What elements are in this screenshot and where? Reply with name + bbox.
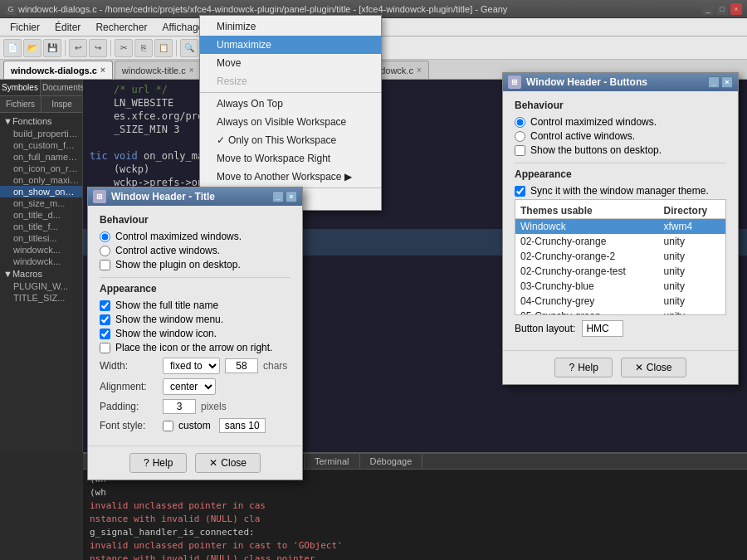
radio-ctrl-active-btns: Control active windows.	[515, 130, 726, 142]
font-value: sans 10	[219, 418, 266, 433]
tree-item[interactable]: on_custom_font_toggled [156]	[0, 139, 82, 151]
tree-item[interactable]: PLUGIN_W...	[0, 280, 82, 292]
open-btn[interactable]: 📂	[23, 39, 42, 57]
dialog-title-min-btn[interactable]: _	[272, 191, 284, 202]
padding-value-input[interactable]	[163, 399, 196, 414]
check-full-title-input[interactable]	[100, 300, 110, 311]
tree-item[interactable]: TITLE_SIZ...	[0, 292, 82, 304]
dialog-buttons-close-btn[interactable]: ✕ Close	[621, 358, 686, 377]
tab-close-icon[interactable]: ×	[100, 66, 105, 75]
tree-section-header-fonctions[interactable]: ▼ Fonctions	[0, 114, 82, 128]
dialog-buttons-min-btn[interactable]: _	[708, 76, 720, 88]
tree-item[interactable]: windowck...	[0, 256, 82, 267]
ctx-move[interactable]: Move	[200, 54, 381, 72]
menu-editer[interactable]: Éditer	[48, 20, 87, 35]
find-btn[interactable]: 🔍	[180, 39, 198, 57]
save-btn[interactable]: 💾	[43, 39, 61, 57]
behaviour-label-btns: Behaviour	[515, 100, 726, 111]
ctx-minimize[interactable]: Minimize	[200, 17, 381, 36]
button-layout-input[interactable]	[582, 320, 623, 337]
app-icon: G	[5, 3, 17, 15]
tab-debogage[interactable]: Débogage	[360, 454, 423, 469]
width-value-input[interactable]	[225, 358, 258, 373]
sep1	[65, 40, 66, 56]
tab-documents[interactable]: Documents	[41, 80, 86, 95]
tree-item[interactable]: on_title_f...	[0, 221, 82, 232]
ctx-only-this[interactable]: ✓Only on This Workspace	[200, 131, 381, 149]
radio-active-input[interactable]	[100, 246, 110, 256]
tab-symboles[interactable]: Symboles	[0, 80, 41, 95]
ctx-resize[interactable]: Resize	[200, 72, 381, 90]
check-window-icon-input[interactable]	[100, 329, 110, 339]
table-row[interactable]: Windowckxfwm4	[515, 219, 725, 235]
ctx-always-visible[interactable]: Always on Visible Workspace	[200, 113, 381, 131]
dialog-buttons-icon: ⊞	[508, 75, 521, 89]
minimize-window-btn[interactable]: _	[702, 3, 714, 15]
check-window-menu: Show the window menu.	[100, 314, 290, 325]
dialog-buttons-header: ⊞ Window Header - Buttons	[508, 75, 647, 89]
table-row[interactable]: 04-Crunchy-greyunity	[515, 294, 725, 309]
check-window-menu-input[interactable]	[100, 314, 110, 325]
radio-btns-active[interactable]	[515, 131, 525, 142]
tab-close-icon[interactable]: ×	[417, 66, 422, 75]
ctx-move-another[interactable]: Move to Another Workspace ▶	[200, 168, 381, 186]
close-window-btn[interactable]: ×	[730, 3, 742, 15]
ctx-always-on-top[interactable]: Always On Top	[200, 95, 381, 113]
table-row[interactable]: 02-Crunchy-orangeunity	[515, 234, 725, 249]
check-icon-right-input[interactable]	[100, 343, 110, 353]
tab-windowck-dialogs[interactable]: windowck-dialogs.c ×	[3, 61, 113, 79]
radio-btns-maximized[interactable]	[515, 117, 525, 128]
sidebar-tree: ▼ Fonctions build_properties_area [215] …	[0, 113, 82, 452]
col-directory[interactable]: Directory	[659, 203, 725, 219]
check-sync-input[interactable]	[515, 186, 525, 197]
tree-item[interactable]: on_only_maximized_toggled [4	[0, 174, 82, 186]
new-btn[interactable]: 📄	[3, 39, 22, 57]
tab-close-icon[interactable]: ×	[189, 66, 194, 75]
undo-btn[interactable]: ↩	[69, 39, 87, 57]
font-custom-check[interactable]	[163, 421, 173, 431]
tab-windowck-title[interactable]: windowck-title.c ×	[115, 61, 202, 79]
help-icon: ?	[144, 457, 149, 469]
width-row: Width: fixed to chars	[100, 358, 290, 374]
alignment-select[interactable]: center	[163, 378, 216, 395]
tree-item[interactable]: on_icon_on_right_toggled [131]	[0, 163, 82, 174]
tree-section-header-macros[interactable]: ▼ Macros	[0, 267, 82, 280]
table-row[interactable]: 03-Crunchy-blueunity	[515, 279, 725, 294]
tab-inspe[interactable]: Inspe	[42, 96, 82, 112]
table-row[interactable]: 05-Crunchy-greenunity	[515, 309, 725, 315]
tree-item[interactable]: on_full_name_toggled [111]	[0, 151, 82, 163]
table-row[interactable]: 02-Crunchy-orange-2unity	[515, 249, 725, 264]
tree-item[interactable]: windowck...	[0, 244, 82, 256]
dialog-title-close-btn[interactable]: ✕ Close	[195, 453, 261, 473]
tree-item-selected[interactable]: on_show_on_desktop_toggled [50]	[0, 186, 82, 197]
ctx-unmaximize[interactable]: Unmaximize	[200, 36, 381, 54]
radio-maximized-input[interactable]	[100, 231, 110, 242]
alignment-row: Alignment: center	[100, 378, 290, 395]
font-style-row: Font style: custom sans 10	[100, 418, 290, 433]
dialog-title-help-btn[interactable]: ? Help	[129, 453, 187, 473]
paste-btn[interactable]: 📋	[154, 39, 173, 57]
tab-fichiers[interactable]: Fichiers	[0, 96, 42, 112]
dialog-buttons-close-btn[interactable]: ×	[721, 76, 733, 88]
bottom-line: g_signal_handler_is_connected:	[90, 526, 740, 539]
tree-item[interactable]: on_title_d...	[0, 209, 82, 221]
tree-item[interactable]: on_titlesi...	[0, 232, 82, 244]
redo-btn[interactable]: ↪	[89, 39, 107, 57]
tree-item[interactable]: build_properties_area [215]	[0, 128, 82, 139]
check-plugin-input[interactable]	[100, 260, 110, 270]
ctx-move-right[interactable]: Move to Workspace Right	[200, 149, 381, 168]
width-select[interactable]: fixed to	[163, 358, 220, 374]
themes-table-scroll[interactable]: Themes usable Directory Windowckxfwm402-…	[515, 199, 726, 315]
maximize-window-btn[interactable]: □	[716, 3, 728, 15]
check-show-btns-input[interactable]	[515, 145, 525, 156]
table-row[interactable]: 02-Crunchy-orange-testunity	[515, 264, 725, 279]
col-themes-usable[interactable]: Themes usable	[515, 203, 659, 219]
tree-item[interactable]: on_size_m...	[0, 197, 82, 209]
menu-fichier[interactable]: Fichier	[3, 20, 46, 35]
menu-rechercher[interactable]: Rechercher	[89, 20, 154, 35]
tab-terminal[interactable]: Terminal	[305, 454, 360, 469]
dialog-title-close-btn[interactable]: ×	[286, 191, 297, 202]
cut-btn[interactable]: ✂	[115, 39, 133, 57]
dialog-buttons-help-btn[interactable]: ? Help	[554, 358, 612, 377]
copy-btn[interactable]: ⎘	[134, 39, 153, 57]
